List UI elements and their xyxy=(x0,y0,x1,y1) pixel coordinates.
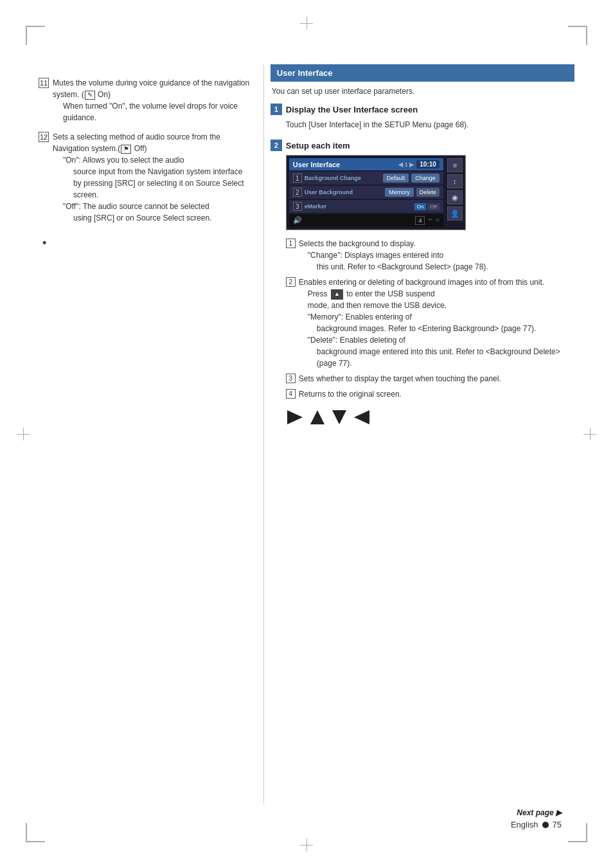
item-12-off-detail: using [SRC] or on Source Select screen. xyxy=(53,212,251,224)
desc-2-press: Press ▲ to enter the USB suspend xyxy=(299,288,574,300)
desc-1-num: 1 xyxy=(286,239,296,248)
ui-window-header: User Interface ◀ 1 ▶ 10:10 xyxy=(289,158,443,170)
ui-row-3-title: eMarker xyxy=(305,203,412,210)
corner-mark-bl xyxy=(26,823,45,842)
desc-1-sub: "Change": Displays images entered into xyxy=(299,249,488,261)
ui-time: 10:10 xyxy=(416,160,440,168)
desc-1-sub2: this unit. Refer to <Background Select> … xyxy=(299,261,488,273)
nav-arrow-up[interactable] xyxy=(308,408,327,427)
desc-3-main: Sets whether to display the target when … xyxy=(299,374,501,383)
item-12-off: "Off": The audio source cannot be select… xyxy=(53,201,251,212)
ui-right-icons: ≡ ↕ ◉ 👤 xyxy=(447,158,463,221)
ui-row-1-title: Background Change xyxy=(305,175,380,181)
corner-mark-br xyxy=(568,823,587,842)
item-11-sub: When turned "On", the volume level drops… xyxy=(53,100,251,123)
desc-2-main: Enables entering or deleting of backgrou… xyxy=(299,278,544,287)
ui-bottom-icon-back[interactable]: ← xyxy=(427,216,433,225)
section-header: User Interface xyxy=(271,64,574,82)
crosshair-right xyxy=(583,428,596,440)
language-label: English xyxy=(511,820,538,829)
svg-marker-1 xyxy=(310,410,324,424)
right-column: User Interface You can set up user inter… xyxy=(264,64,574,804)
bullet-dot: • xyxy=(42,237,46,249)
desc-2-memory: "Memory": Enables entering of xyxy=(299,311,574,323)
svg-marker-3 xyxy=(354,410,369,424)
nav-arrow-down[interactable] xyxy=(330,408,349,427)
step1-title: Display the User Interface screen xyxy=(286,105,418,114)
item-11-block: 11 Mutes the volume during voice guidanc… xyxy=(39,77,251,123)
corner-mark-tr xyxy=(568,26,587,45)
lang-page: English 75 xyxy=(511,820,562,829)
step2-title: Setup each item xyxy=(286,141,350,150)
desc-2-delete: "Delete": Enables deleting of xyxy=(299,334,574,346)
desc-3-text: Sets whether to display the target when … xyxy=(299,373,501,384)
page-footer: Next page ▶ English 75 xyxy=(511,808,562,829)
ui-row-2: 2 User Background Memory Delete xyxy=(289,186,443,199)
step1-num: 1 xyxy=(271,104,282,115)
ui-page-indicator: ◀ 1 ▶ xyxy=(398,161,414,168)
ui-bottom-icon-4: 4 xyxy=(415,216,425,225)
ui-toggle-on[interactable]: On xyxy=(414,203,427,210)
desc-item-3: 3 Sets whether to display the target whe… xyxy=(286,373,574,384)
item-12-text: Sets a selecting method of audio source … xyxy=(53,131,251,224)
ui-bottom-icon-home[interactable]: ⌂ xyxy=(436,216,439,225)
desc-4-text: Returns to the original screen. xyxy=(299,388,402,400)
desc-2-num: 2 xyxy=(286,277,296,287)
ui-toggle-off[interactable]: Off xyxy=(427,203,440,210)
off-icon xyxy=(121,145,131,154)
corner-mark-tl xyxy=(26,26,45,45)
ui-icon-4: 👤 xyxy=(447,206,463,221)
desc-4-num: 4 xyxy=(286,389,296,399)
ui-default-btn[interactable]: Default xyxy=(383,174,409,183)
desc-2-delete2: background image entered into this unit.… xyxy=(299,346,574,369)
desc-list: 1 Selects the background to display. "Ch… xyxy=(286,238,574,400)
desc-item-2: 2 Enables entering or deleting of backgr… xyxy=(286,276,574,369)
usb-icon: ▲ xyxy=(331,289,343,300)
page-number: 75 xyxy=(553,820,562,829)
ui-icon-1: ≡ xyxy=(447,158,463,172)
desc-2-press2: mode, and then remove the USB device. xyxy=(299,300,574,311)
item-12-main: Sets a selecting method of audio source … xyxy=(53,132,220,153)
ui-row-2-title: User Background xyxy=(305,189,382,195)
nav-arrow-left[interactable] xyxy=(351,408,371,427)
page-dot xyxy=(542,822,549,828)
ui-row-3: 3 eMarker On Off xyxy=(289,200,443,213)
crosshair-left xyxy=(17,428,30,440)
item-12-on: "On": Allows you to select the audio xyxy=(53,154,251,166)
ui-row-3-num: 3 xyxy=(293,202,302,211)
next-page-text: Next page ▶ xyxy=(511,808,562,817)
left-column: 11 Mutes the volume during voice guidanc… xyxy=(39,64,263,804)
ui-row-1: 1 Background Change Default Change xyxy=(289,172,443,185)
desc-2-memory2: background images. Refer to <Entering Ba… xyxy=(299,323,574,334)
desc-4-main: Returns to the original screen. xyxy=(299,390,402,399)
item-12-block: 12 Sets a selecting method of audio sour… xyxy=(39,131,251,224)
item-11-num: 11 xyxy=(39,78,49,88)
nav-arrows xyxy=(286,408,574,427)
nav-arrow-right[interactable] xyxy=(286,408,305,427)
svg-marker-2 xyxy=(332,410,346,424)
ui-window-title: User Interface xyxy=(293,161,340,168)
step2-num: 2 xyxy=(271,140,282,151)
crosshair-top xyxy=(300,17,313,30)
desc-1-text: Selects the background to display. "Chan… xyxy=(299,238,488,273)
desc-1-main: Selects the background to display. xyxy=(299,239,416,248)
ui-row-2-num: 2 xyxy=(293,188,302,197)
intro-text: You can set up user interface parameters… xyxy=(271,87,574,96)
item-11-text: Mutes the volume during voice guidance o… xyxy=(53,77,251,123)
ui-bottom-icon-left: 🔊 xyxy=(293,216,302,225)
ui-change-btn[interactable]: Change xyxy=(411,174,440,183)
crosshair-bottom xyxy=(300,838,313,851)
ui-icon-3: ◉ xyxy=(447,190,463,204)
step2-heading: 2 Setup each item xyxy=(271,140,574,151)
section-title: User Interface xyxy=(277,68,333,78)
item-11-main: Mutes the volume during voice guidance o… xyxy=(53,78,249,99)
desc-3-num: 3 xyxy=(286,374,296,383)
ui-memory-btn[interactable]: Memory xyxy=(385,188,414,197)
on-icon xyxy=(85,91,95,100)
ui-delete-btn[interactable]: Delete xyxy=(416,188,440,197)
item-12-num: 12 xyxy=(39,132,49,142)
item-12-on-detail: source input from the Navigation system … xyxy=(53,166,251,201)
ui-bottom-bar: 🔊 4 ← ⌂ xyxy=(289,214,443,227)
svg-marker-0 xyxy=(287,410,303,424)
desc-item-1: 1 Selects the background to display. "Ch… xyxy=(286,238,574,273)
